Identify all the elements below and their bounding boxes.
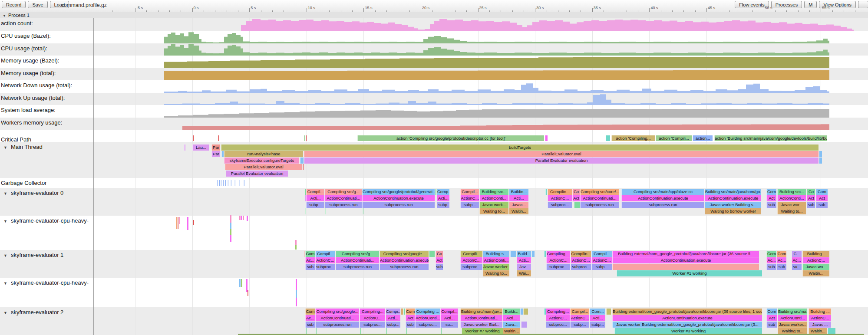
save-button[interactable]: Save — [28, 1, 47, 8]
ruler-tick — [249, 8, 250, 12]
ruler-tick — [672, 10, 673, 12]
track-label-text: action count: — [1, 20, 33, 26]
ruler-tick — [455, 10, 455, 12]
ruler-tick — [821, 8, 821, 12]
ruler-tick — [375, 10, 376, 12]
ruler-tick — [181, 10, 181, 12]
track-label-system-load-average: System load average: — [1, 107, 56, 113]
track-label-skyframe-evaluator-cpu-heavy-2[interactable]: ▼skyframe-evaluator-cpu-heavy- — [3, 279, 89, 286]
ruler-tick — [604, 10, 604, 12]
collapse-arrow-icon[interactable]: ▼ — [3, 281, 7, 286]
ruler-label: 20 s — [422, 6, 429, 10]
ruler-tick — [352, 10, 353, 12]
track-label-text: skyframe-evaluator-cpu-heavy- — [11, 217, 89, 224]
track-label-action-count: action count: — [1, 20, 33, 26]
ruler-tick — [501, 10, 501, 12]
gutter-separator — [93, 12, 94, 335]
track-label-text: Critical Path — [1, 136, 31, 143]
track-label-text: Network Down usage (total): — [1, 82, 72, 89]
collapse-arrow-icon[interactable]: ▼ — [3, 311, 7, 315]
ruler-tick — [752, 10, 752, 12]
track-label-text: System load average: — [1, 107, 56, 113]
collapse-arrow-icon[interactable]: ▼ — [3, 145, 7, 150]
ruler-tick — [444, 10, 444, 12]
ruler-tick — [649, 8, 650, 12]
ruler-tick — [581, 10, 581, 12]
ruler-tick — [832, 10, 833, 12]
ruler-label: 35 s — [594, 6, 601, 10]
collapse-arrow-icon[interactable]: ▼ — [3, 253, 7, 258]
track-label-text: Workers memory usage: — [1, 119, 62, 126]
labels-layer: action count:CPU usage (Bazel):CPU usage… — [0, 0, 868, 335]
ruler-tick — [706, 8, 707, 12]
ruler-tick — [409, 10, 410, 12]
ruler-tick — [386, 10, 387, 12]
track-label-skyframe-evaluator-0[interactable]: ▼skyframe-evaluator 0 — [3, 190, 63, 196]
ruler-tick — [718, 10, 718, 12]
ruler-tick — [341, 10, 341, 12]
ruler-tick — [284, 10, 284, 12]
ruler-label: 5 s — [251, 6, 256, 10]
ruler-tick — [238, 10, 238, 12]
ruler-label: 55 s — [822, 6, 829, 10]
bazel-profile-viewer: RecordSaveLoad command.profile.gz Flow e… — [0, 0, 868, 335]
track-label-memory-usage-total: Memory usage (total): — [1, 70, 56, 76]
ruler-tick — [489, 10, 490, 12]
track-label-text: CPU usage (Bazel): — [1, 33, 51, 39]
track-label-skyframe-evaluator-1[interactable]: ▼skyframe-evaluator 1 — [3, 252, 63, 258]
track-label-text: CPU usage (total): — [1, 45, 47, 52]
ruler-tick — [695, 10, 696, 12]
ruler-tick — [135, 8, 135, 12]
ruler-tick — [192, 8, 193, 12]
ruler-label: 10 s — [308, 6, 315, 10]
ruler-label: 45 s — [708, 6, 715, 10]
ruler-tick — [569, 10, 570, 12]
ruler-tick — [101, 10, 101, 12]
ruler-tick — [124, 10, 124, 12]
track-label-workers-memory-usage: Workers memory usage: — [1, 119, 62, 126]
ruler-tick — [272, 10, 273, 12]
track-label-network-up-usage: Network Up usage (total): — [1, 95, 65, 101]
track-label-main-thread[interactable]: ▼Main Thread — [3, 144, 43, 150]
track-label-cpu-usage-total: CPU usage (total): — [1, 45, 47, 52]
ruler-tick — [318, 10, 318, 12]
ruler-tick — [307, 8, 307, 12]
ruler-tick — [547, 10, 547, 12]
track-label-skyframe-evaluator-2[interactable]: ▼skyframe-evaluator 2 — [3, 309, 63, 315]
collapse-arrow-icon: ▼ — [3, 14, 6, 18]
track-label-text: Main Thread — [11, 144, 43, 150]
ruler-tick — [398, 10, 398, 12]
ruler-tick — [741, 10, 741, 12]
ruler-tick — [466, 10, 467, 12]
track-label-skyframe-evaluator-cpu-heavy-1[interactable]: ▼skyframe-evaluator-cpu-heavy- — [3, 217, 89, 224]
process-title: Process 1 — [8, 13, 30, 18]
ruler-tick — [169, 10, 170, 12]
collapse-arrow-icon[interactable]: ▼ — [3, 219, 7, 223]
ruler-label: 15 s — [365, 6, 372, 10]
ruler-tick — [855, 10, 855, 12]
ruler-tick — [215, 10, 215, 12]
collapse-arrow-icon[interactable]: ▼ — [3, 191, 7, 196]
ruler-tick — [786, 10, 787, 12]
timeline-ruler[interactable]: -5 s0 s5 s10 s15 s20 s25 s30 s35 s40 s45… — [94, 6, 868, 12]
ruler-tick — [478, 8, 479, 12]
track-label-text: Memory usage (Bazel): — [1, 57, 59, 64]
ruler-tick — [112, 10, 112, 12]
ruler-tick — [615, 10, 615, 12]
track-label-text: Network Up usage (total): — [1, 95, 65, 101]
record-button[interactable]: Record — [2, 1, 26, 8]
track-label-text: skyframe-evaluator 1 — [11, 252, 63, 258]
ruler-tick — [524, 10, 524, 12]
ruler-label: 40 s — [650, 6, 658, 10]
ruler-tick — [627, 10, 627, 12]
track-label-garbage-collector: Garbage Collector — [1, 180, 47, 186]
process-header[interactable]: ▼Process 1 — [0, 12, 868, 18]
ruler-tick — [775, 10, 776, 12]
ruler-tick — [535, 8, 535, 12]
ruler-tick — [764, 8, 764, 12]
ruler-tick — [558, 10, 558, 12]
track-label-text: Garbage Collector — [1, 180, 47, 186]
ruler-tick — [809, 10, 810, 12]
track-label-critical-path: Critical Path — [1, 136, 31, 143]
ruler-tick — [661, 10, 661, 12]
